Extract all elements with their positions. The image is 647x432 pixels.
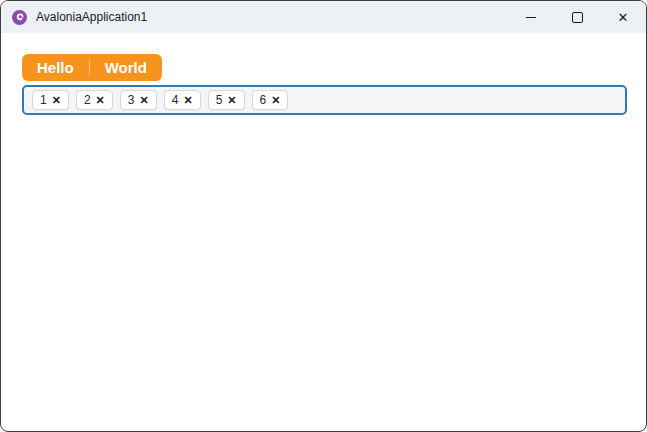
close-icon: ✕ (52, 94, 61, 106)
minimize-icon (526, 17, 536, 18)
chip-label: 2 (84, 94, 91, 106)
avalonia-logo-icon (11, 9, 28, 26)
chip-remove-button[interactable]: ✕ (52, 95, 61, 106)
tag-chip: 1 ✕ (32, 90, 69, 110)
chip-remove-button[interactable]: ✕ (96, 95, 105, 106)
window-content: Hello World 1 ✕ 2 ✕ 3 ✕ 4 ✕ 5 ✕ (1, 33, 646, 115)
close-button[interactable]: ✕ (600, 1, 646, 33)
chip-remove-button[interactable]: ✕ (183, 95, 192, 106)
hello-button[interactable]: Hello (22, 54, 89, 81)
tag-chip: 5 ✕ (208, 90, 245, 110)
window-controls: ✕ (508, 1, 646, 33)
minimize-button[interactable] (508, 1, 554, 33)
titlebar-left: AvaloniaApplication1 (1, 9, 147, 26)
close-icon: ✕ (183, 94, 192, 106)
hello-world-split-button: Hello World (22, 54, 162, 81)
chip-label: 5 (216, 94, 223, 106)
tag-chip: 2 ✕ (76, 90, 113, 110)
chip-remove-button[interactable]: ✕ (271, 95, 280, 106)
world-button[interactable]: World (90, 54, 162, 81)
tag-chip: 4 ✕ (164, 90, 201, 110)
maximize-button[interactable] (554, 1, 600, 33)
close-icon: ✕ (271, 94, 280, 106)
tag-chip: 3 ✕ (120, 90, 157, 110)
close-icon: ✕ (140, 94, 149, 106)
close-icon: ✕ (96, 94, 105, 106)
tag-chip: 6 ✕ (252, 90, 289, 110)
chip-label: 6 (260, 94, 267, 106)
close-icon: ✕ (227, 94, 236, 106)
titlebar[interactable]: AvaloniaApplication1 ✕ (1, 1, 646, 33)
chip-remove-button[interactable]: ✕ (140, 95, 149, 106)
chip-remove-button[interactable]: ✕ (227, 95, 236, 106)
window-title: AvaloniaApplication1 (36, 10, 147, 24)
maximize-icon (572, 12, 583, 23)
chip-label: 4 (172, 94, 179, 106)
close-icon: ✕ (618, 11, 629, 24)
chip-label: 1 (40, 94, 47, 106)
app-window: AvaloniaApplication1 ✕ Hello World 1 ✕ (0, 0, 647, 432)
chip-label: 3 (128, 94, 135, 106)
tag-input-box[interactable]: 1 ✕ 2 ✕ 3 ✕ 4 ✕ 5 ✕ 6 ✕ (22, 85, 627, 115)
